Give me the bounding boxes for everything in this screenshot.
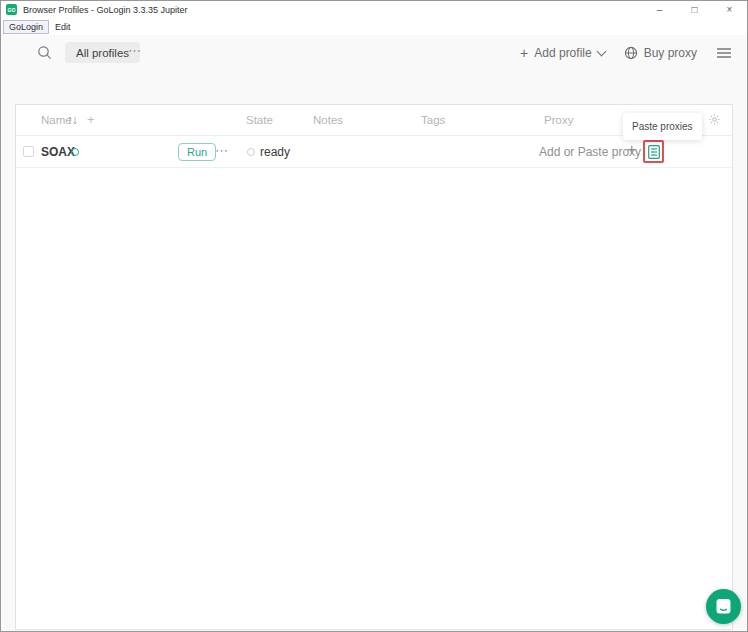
paste-proxy-highlight <box>643 140 664 163</box>
maximize-button[interactable]: □ <box>677 1 712 18</box>
header-tags: Tags <box>421 114 445 126</box>
menu-edit[interactable]: Edit <box>49 20 77 34</box>
add-proxy-icon[interactable]: + <box>627 142 636 158</box>
plus-icon: + <box>520 46 528 60</box>
profile-name: SOAX <box>41 145 75 159</box>
toolbar-right: + Add profile Buy proxy <box>520 42 732 64</box>
minimize-button[interactable]: – <box>642 1 677 18</box>
header-state: State <box>246 114 273 126</box>
add-column-icon[interactable]: + <box>87 112 95 127</box>
app-window: GO Browser Profiles - GoLogin 3.3.35 Jup… <box>0 0 748 632</box>
state-dot-icon <box>247 148 255 156</box>
buy-proxy-label: Buy proxy <box>644 46 697 60</box>
sync-status-icon <box>71 148 79 156</box>
header-proxy: Proxy <box>544 114 573 126</box>
state-label: ready <box>260 145 290 159</box>
table-row: SOAX Run ⋯ ready Add or Paste proxy + <box>16 136 732 168</box>
menubar: GoLogin Edit <box>1 18 747 35</box>
add-profile-button[interactable]: + Add profile <box>520 46 605 60</box>
buy-proxy-button[interactable]: Buy proxy <box>624 46 697 60</box>
window-controls: – □ × <box>642 1 747 18</box>
add-or-paste-proxy[interactable]: Add or Paste proxy <box>539 145 641 159</box>
chat-launcher-button[interactable] <box>706 589 741 624</box>
search-icon[interactable] <box>37 45 53 61</box>
gear-icon[interactable] <box>708 113 721 126</box>
app-logo-icon: GO <box>6 4 17 15</box>
messenger-icon <box>714 597 733 616</box>
paste-proxies-tooltip: Paste proxies <box>623 113 702 140</box>
menu-gologin[interactable]: GoLogin <box>3 20 49 34</box>
profiles-more-icon[interactable]: ⋯ <box>128 43 142 58</box>
add-profile-label: Add profile <box>534 46 591 60</box>
row-checkbox[interactable] <box>23 146 34 157</box>
globe-icon <box>624 46 638 60</box>
titlebar: GO Browser Profiles - GoLogin 3.3.35 Jup… <box>1 1 747 18</box>
header-notes: Notes <box>313 114 343 126</box>
run-button[interactable]: Run <box>178 143 216 161</box>
row-more-icon[interactable]: ⋯ <box>215 143 229 158</box>
sort-icon[interactable] <box>67 115 78 126</box>
hamburger-menu-icon[interactable] <box>716 46 732 60</box>
paste-proxies-icon[interactable] <box>648 145 660 159</box>
profiles-table: Name + State Notes Tags Proxy SOAX <box>15 104 733 630</box>
chevron-down-icon <box>596 47 606 57</box>
window-title: Browser Profiles - GoLogin 3.3.35 Jupite… <box>23 5 188 15</box>
close-button[interactable]: × <box>712 1 747 18</box>
